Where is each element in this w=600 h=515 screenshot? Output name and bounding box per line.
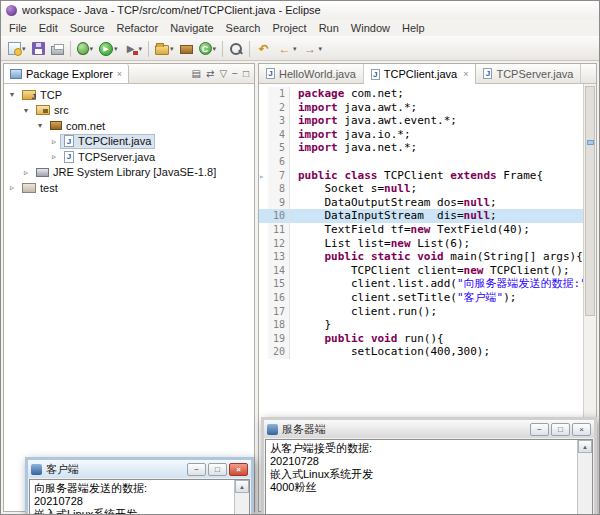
code-line-14[interactable]: 14 TCPClient client=new TCPClient(); <box>259 264 583 278</box>
menu-window[interactable]: Window <box>345 21 396 35</box>
close-view-icon[interactable]: × <box>117 69 122 79</box>
collapsed-expander-icon[interactable]: ▹ <box>48 137 60 146</box>
maximize-view-icon[interactable]: □ <box>243 65 249 83</box>
code-line-17[interactable]: 17 client.run(); <box>259 305 583 319</box>
menu-help[interactable]: Help <box>396 21 431 35</box>
code-line-15[interactable]: 15 client.list.add("向服务器端发送的数据:"); <box>259 277 583 291</box>
code-line-7[interactable]: ▹7public class TCPClient extends Frame{ <box>259 169 583 183</box>
tab-tcpserver-java[interactable]: J TCPServer.java <box>476 64 581 83</box>
dropdown-arrow-icon[interactable]: ▾ <box>139 45 143 53</box>
menu-search[interactable]: Search <box>220 21 267 35</box>
code-line-4[interactable]: 4import java.io.*; <box>259 128 583 142</box>
client-minimize-button[interactable]: − <box>187 463 206 476</box>
code-line-10[interactable]: 10 DataInputStream dis=null; <box>259 209 583 223</box>
code-line-16[interactable]: 16 client.setTitle("客户端"); <box>259 291 583 305</box>
line-number: 7 <box>268 169 290 183</box>
client-list[interactable]: 向服务器端发送的数据:20210728嵌入式Linux系统开发4000粉丝 <box>30 480 234 515</box>
code-line-18[interactable]: 18 } <box>259 318 583 332</box>
minimize-view-icon[interactable]: − <box>232 65 238 83</box>
menu-run[interactable]: Run <box>313 21 345 35</box>
annotation-gutter <box>259 141 268 155</box>
last-edit-location-button[interactable]: ↶ <box>253 38 274 59</box>
dropdown-arrow-icon[interactable]: ▾ <box>90 45 94 53</box>
menu-bar: FileEditSourceRefactorNavigateSearchProj… <box>1 19 599 36</box>
code-line-3[interactable]: 3import java.awt.event.*; <box>259 114 583 128</box>
tree-item-src[interactable]: ▾src <box>4 103 254 119</box>
dropdown-arrow-icon[interactable]: ▾ <box>293 45 297 53</box>
client-close-button[interactable]: × <box>229 463 248 476</box>
dropdown-arrow-icon[interactable]: ▾ <box>319 45 323 53</box>
tree-item-com-net[interactable]: ▾com.net <box>4 118 254 134</box>
code-line-11[interactable]: 11 TextField tf=new TextField(40); <box>259 223 583 237</box>
overview-marker[interactable] <box>587 140 594 145</box>
dropdown-arrow-icon[interactable]: ▾ <box>170 45 174 53</box>
collapsed-expander-icon[interactable]: ▹ <box>48 152 60 161</box>
server-list-vscrollbar[interactable]: ▲ ▼ <box>577 440 592 515</box>
client-titlebar[interactable]: 客户端 − □ × <box>28 460 251 478</box>
menu-source[interactable]: Source <box>64 21 111 35</box>
code-line-20[interactable]: 20 setLocation(400,300); <box>259 345 583 359</box>
collapsed-expander-icon[interactable]: ▹ <box>20 168 32 177</box>
tree-item-test[interactable]: ▹test <box>4 180 254 196</box>
close-tab-icon[interactable]: × <box>463 69 468 79</box>
menu-edit[interactable]: Edit <box>33 21 64 35</box>
code-line-9[interactable]: 9 DataOutputStream dos=null; <box>259 196 583 210</box>
tree-item-tcpclient-java[interactable]: ▹JTCPClient.java <box>4 134 254 150</box>
client-maximize-button[interactable]: □ <box>208 463 227 476</box>
search-button[interactable] <box>226 38 246 59</box>
dropdown-arrow-icon[interactable]: ▾ <box>213 45 217 53</box>
debug-icon <box>77 42 89 55</box>
package-explorer-tab[interactable]: Package Explorer × <box>4 64 129 83</box>
save-button[interactable] <box>29 38 48 59</box>
server-list[interactable]: 从客户端接受的数据:20210728嵌入式Linux系统开发4000粉丝 <box>266 440 577 515</box>
client-list-vscrollbar[interactable]: ▲ ▼ <box>234 480 249 515</box>
server-close-button[interactable]: × <box>572 423 591 436</box>
tree-item-tcpserver-java[interactable]: ▹JTCPServer.java <box>4 149 254 165</box>
expanded-expander-icon[interactable]: ▾ <box>34 121 46 130</box>
external-tools-button[interactable]: ▶▾ <box>121 38 146 59</box>
menu-file[interactable]: File <box>3 21 33 35</box>
code-line-12[interactable]: 12 List list=new List(6); <box>259 237 583 251</box>
new-wizard-button[interactable]: ▾ <box>5 38 29 59</box>
title-bar[interactable]: workspace - Java - TCP/src/com/net/TCPCl… <box>1 1 599 19</box>
tree-item-tcp[interactable]: ▾TCP <box>4 87 254 103</box>
dropdown-arrow-icon[interactable]: ▾ <box>114 45 118 53</box>
tree-item-jre-system-library-javase-1-8-[interactable]: ▹JRE System Library [JavaSE-1.8] <box>4 165 254 181</box>
code-line-6[interactable]: 6 <box>259 155 583 169</box>
code-line-19[interactable]: 19 public void run(){ <box>259 332 583 346</box>
tree-item-content: src <box>32 103 73 118</box>
print-button[interactable] <box>48 38 67 59</box>
scroll-up-icon[interactable]: ▲ <box>578 440 592 453</box>
menu-refactor[interactable]: Refactor <box>111 21 165 35</box>
code-line-2[interactable]: 2import java.awt.*; <box>259 101 583 115</box>
code-line-5[interactable]: 5import java.net.*; <box>259 141 583 155</box>
view-menu-icon[interactable]: ▽ <box>219 65 227 83</box>
server-titlebar[interactable]: 服务器端 − □ × <box>264 420 594 438</box>
new-class-button[interactable]: C▾ <box>196 38 220 59</box>
server-minimize-button[interactable]: − <box>530 423 549 436</box>
server-window-controls: − □ × <box>530 423 591 436</box>
code-line-8[interactable]: 8 Socket s=null; <box>259 182 583 196</box>
collapsed-expander-icon[interactable]: ▹ <box>6 183 18 192</box>
collapse-all-icon[interactable]: ▤ <box>192 65 201 83</box>
tab-tcpclient-java[interactable]: J TCPClient.java × <box>364 64 477 84</box>
menu-navigate[interactable]: Navigate <box>164 21 219 35</box>
back-button[interactable]: ←▾ <box>274 38 300 59</box>
debug-button[interactable]: ▾ <box>74 38 97 59</box>
forward-button[interactable]: →▾ <box>300 38 326 59</box>
expanded-expander-icon[interactable]: ▾ <box>6 90 18 99</box>
new-package-button[interactable] <box>177 38 196 59</box>
expanded-expander-icon[interactable]: ▾ <box>20 106 32 115</box>
code-line-13[interactable]: 13 public static void main(String[] args… <box>259 250 583 264</box>
menu-project[interactable]: Project <box>266 21 312 35</box>
link-with-editor-icon[interactable]: ⇄ <box>206 65 214 83</box>
code-line-1[interactable]: 1package com.net; <box>259 87 583 101</box>
package-explorer-icon <box>10 69 22 79</box>
scrollbar-thumb[interactable] <box>585 86 595 316</box>
scroll-up-icon[interactable]: ▲ <box>235 480 249 493</box>
server-maximize-button[interactable]: □ <box>551 423 570 436</box>
tab-helloworld-java[interactable]: J HelloWorld.java <box>259 64 364 83</box>
new-java-project-button[interactable]: ▾ <box>152 38 177 59</box>
dropdown-arrow-icon[interactable]: ▾ <box>22 45 26 53</box>
run-button[interactable]: ▶▾ <box>96 38 121 59</box>
